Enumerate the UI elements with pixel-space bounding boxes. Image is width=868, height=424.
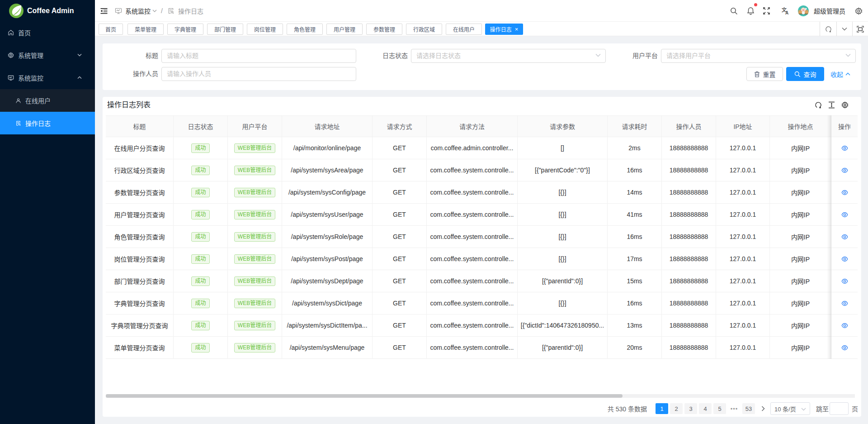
- svg-text:A: A: [785, 10, 788, 15]
